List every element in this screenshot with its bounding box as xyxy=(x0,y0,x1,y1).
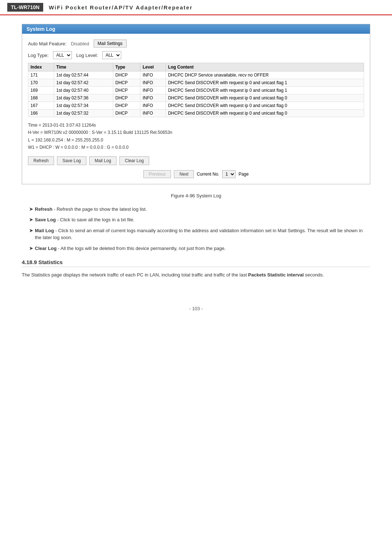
section-para: The Statistics page displays the network… xyxy=(22,271,370,279)
cell-level: INFO xyxy=(140,110,166,117)
cell-level: INFO xyxy=(140,102,166,110)
desc-item: ➤Clear Log - All the logs will be delete… xyxy=(29,245,370,252)
auto-mail-label: Auto Mail Feature: xyxy=(28,41,66,46)
cell-time: 1st day 02:57:40 xyxy=(54,87,113,94)
arrow-icon: ➤ xyxy=(29,245,33,251)
cell-time: 1st day 02:57:36 xyxy=(54,94,113,102)
main-content: System Log Auto Mail Feature: Disabled M… xyxy=(0,15,392,288)
refresh-button[interactable]: Refresh xyxy=(28,156,54,165)
previous-button[interactable]: Previous xyxy=(143,170,171,178)
col-index: Index xyxy=(28,63,54,71)
mail-log-button[interactable]: Mail Log xyxy=(89,156,117,165)
table-row: 1691st day 02:57:40DHCPINFODHCPC Send DI… xyxy=(28,87,364,94)
cell-index: 168 xyxy=(28,94,54,102)
figure-caption: Figure 4-96 System Log xyxy=(22,193,370,198)
header-title: WiFi Pocket Router/AP/TV Adapter/Repeate… xyxy=(49,4,193,11)
cell-time: 1st day 02:57:34 xyxy=(54,102,113,110)
cell-time: 1st day 02:57:44 xyxy=(54,71,113,79)
log-level-label: Log Level: xyxy=(76,53,98,58)
info-line: W1 = DHCP : W = 0.0.0.0 : M = 0.0.0.0 : … xyxy=(28,144,364,151)
info-line: Time = 2013-01-01 3:07:43 11264s xyxy=(28,122,364,129)
cell-level: INFO xyxy=(140,87,166,94)
cell-content: DHCPC Send DISCOVER with request ip 0 an… xyxy=(166,94,364,102)
cell-index: 171 xyxy=(28,71,54,79)
cell-time: 1st day 02:57:32 xyxy=(54,110,113,117)
info-line: L = 192.168.0.254 : M = 255.255.255.0 xyxy=(28,136,364,144)
desc-item: ➤Refresh - Refresh the page to show the … xyxy=(29,206,370,213)
action-buttons: Refresh Save Log Mail Log Clear Log xyxy=(28,156,364,165)
cell-content: DHCPC Send DISCOVER with request ip 0 an… xyxy=(166,87,364,94)
desc-term: Clear Log xyxy=(35,246,57,251)
cell-level: INFO xyxy=(140,71,166,79)
log-table: Index Time Type Level Log Content 1711st… xyxy=(28,63,364,117)
cell-content: DHCPC Send DISCOVER with request ip 0 an… xyxy=(166,79,364,87)
current-no-select[interactable]: 1 xyxy=(222,170,236,178)
cell-index: 169 xyxy=(28,87,54,94)
system-log-panel: System Log Auto Mail Feature: Disabled M… xyxy=(22,24,370,184)
cell-index: 166 xyxy=(28,110,54,117)
table-row: 1681st day 02:57:36DHCPINFODHCPC Send DI… xyxy=(28,94,364,102)
cell-level: INFO xyxy=(140,79,166,87)
cell-type: DHCP xyxy=(113,94,140,102)
desc-text: Save Log - Click to save all the logs in… xyxy=(35,216,135,223)
table-row: 1671st day 02:57:34DHCPINFODHCPC Send DI… xyxy=(28,102,364,110)
log-level-select[interactable]: ALL xyxy=(102,51,121,59)
model-label: TL-WR710N xyxy=(7,3,43,12)
log-type-select[interactable]: ALL xyxy=(53,51,72,59)
section-heading: 4.18.9 Statistics xyxy=(22,259,370,267)
cell-content: DHCPC Send DISCOVER with request ip 0 an… xyxy=(166,102,364,110)
footer: - 103 - xyxy=(0,302,392,315)
arrow-icon: ➤ xyxy=(29,217,33,222)
col-time: Time xyxy=(54,63,113,71)
col-level: Level xyxy=(140,63,166,71)
auto-mail-value: Disabled xyxy=(71,41,89,46)
bold-text: Packets Statistic interval xyxy=(248,272,304,278)
table-row: 1661st day 02:57:32DHCPINFODHCPC Send DI… xyxy=(28,110,364,117)
desc-term: Refresh xyxy=(35,206,52,212)
desc-text: Refresh - Refresh the page to show the l… xyxy=(35,206,147,213)
cell-level: INFO xyxy=(140,94,166,102)
pagination-row: Previous Next Current No. 1 Page xyxy=(28,170,364,178)
arrow-icon: ➤ xyxy=(29,227,33,233)
cell-content: DHCPC DHCP Service unavailable, recv no … xyxy=(166,71,364,79)
desc-text: Clear Log - All the logs will be deleted… xyxy=(35,245,226,252)
clear-log-button[interactable]: Clear Log xyxy=(119,156,149,165)
next-button[interactable]: Next xyxy=(174,170,194,178)
desc-text: Mail Log - Click to send an email of cur… xyxy=(35,227,370,241)
auto-mail-row: Auto Mail Feature: Disabled Mail Setting… xyxy=(28,40,364,48)
current-no-label: Current No. xyxy=(197,172,219,177)
cell-type: DHCP xyxy=(113,79,140,87)
desc-item: ➤Save Log - Click to save all the logs i… xyxy=(29,216,370,223)
mail-settings-button[interactable]: Mail Settings xyxy=(94,40,127,48)
table-row: 1711st day 02:57:44DHCPINFODHCPC DHCP Se… xyxy=(28,71,364,79)
save-log-button[interactable]: Save Log xyxy=(57,156,86,165)
cell-content: DHCPC Send DISCOVER with request ip 0 an… xyxy=(166,110,364,117)
cell-index: 170 xyxy=(28,79,54,87)
page-label: Page xyxy=(238,172,249,177)
info-line: H-Ver = WR710N v2 00000000 : S-Ver = 3.1… xyxy=(28,129,364,136)
page-number: - 103 - xyxy=(189,306,203,311)
system-log-title: System Log xyxy=(22,24,370,34)
log-type-label: Log Type: xyxy=(28,53,49,58)
arrow-icon: ➤ xyxy=(29,206,33,212)
info-block: Time = 2013-01-01 3:07:43 11264sH-Ver = … xyxy=(28,122,364,151)
desc-term: Mail Log xyxy=(35,228,54,233)
cell-index: 167 xyxy=(28,102,54,110)
cell-time: 1st day 02:57:42 xyxy=(54,79,113,87)
col-content: Log Content xyxy=(166,63,364,71)
desc-term: Save Log xyxy=(35,217,56,222)
cell-type: DHCP xyxy=(113,71,140,79)
desc-list: ➤Refresh - Refresh the page to show the … xyxy=(22,206,370,252)
cell-type: DHCP xyxy=(113,87,140,94)
table-row: 1701st day 02:57:42DHCPINFODHCPC Send DI… xyxy=(28,79,364,87)
page-header: TL-WR710N WiFi Pocket Router/AP/TV Adapt… xyxy=(0,0,392,15)
cell-type: DHCP xyxy=(113,110,140,117)
desc-item: ➤Mail Log - Click to send an email of cu… xyxy=(29,227,370,241)
log-type-row: Log Type: ALL Log Level: ALL xyxy=(28,51,364,59)
col-type: Type xyxy=(113,63,140,71)
cell-type: DHCP xyxy=(113,102,140,110)
